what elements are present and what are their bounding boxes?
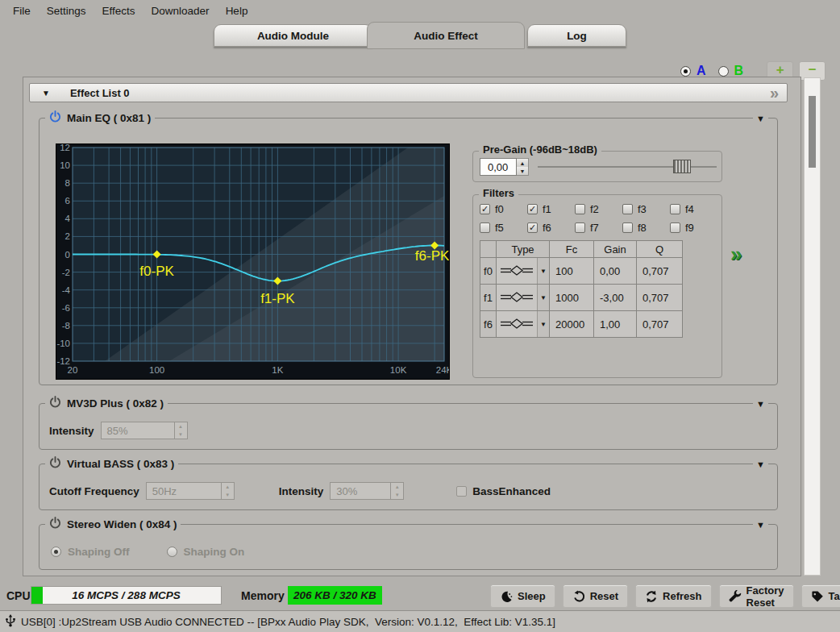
filter-checkbox-f7[interactable]: f7 [575,222,622,234]
filter-gain-cell[interactable]: -3,00 [594,285,637,311]
scrollbar-thumb[interactable] [809,96,816,168]
shaping-off-label: Shaping Off [68,546,130,558]
svg-text:20: 20 [68,365,78,375]
apply-filters-button[interactable]: » [730,246,739,262]
mv3d-collapse-button[interactable]: ▼ [753,400,768,409]
filter-gain-cell[interactable]: 1,00 [594,311,637,338]
preset-b-radio[interactable] [718,66,729,77]
filter-checkbox-f6[interactable]: ✓f6 [527,222,575,234]
power-toggle-icon[interactable] [49,396,61,410]
cutoff-value: 50Hz [146,482,222,500]
eq-graph[interactable]: 121086420-2-4-6-8-10-12201001K10K24Kf0-P… [56,143,448,378]
vertical-scrollbar[interactable] [804,77,821,576]
effect-list-header[interactable]: ▼ Effect List 0 » [29,83,788,102]
filter-q-cell[interactable]: 0,707 [637,258,683,285]
virtual-bass-title: Virtual BASS ( 0x83 ) [67,458,174,470]
chevron-down-icon: ▼ [537,285,549,310]
menu-item-help[interactable]: Help [218,2,256,19]
intensity-label: Intensity [49,425,94,437]
double-chevron-icon[interactable]: » [770,87,777,98]
preset-a-radio[interactable] [680,66,691,77]
sleep-button[interactable]: Sleep [490,584,555,608]
filter-type-dropdown[interactable]: ▼ [497,311,550,338]
filter-checkbox-label: f2 [590,203,599,215]
mv3d-plus-group: MV3D Plus ( 0x82 ) ▼ Intensity 85% ▲▼ [39,403,778,450]
filter-fc-cell[interactable]: 100 [550,258,594,285]
filter-checkbox-grid: ✓f0✓f1f2f3f4f5✓f6f7f8f9 [480,203,717,234]
filter-gain-cell[interactable]: 0,00 [594,258,637,285]
menu-item-file[interactable]: File [5,2,39,19]
menu-item-effects[interactable]: Effects [94,2,143,19]
filters-group: Filters ✓f0✓f1f2f3f4f5✓f6f7f8f9 Type Fc … [472,194,722,378]
pre-gain-spinbox[interactable]: 0,00 ▲ ▼ [480,158,529,176]
power-toggle-icon[interactable] [49,110,61,125]
filter-row-name: f0 [480,258,497,285]
filter-checkbox-f9[interactable]: f9 [670,222,717,234]
tab-audio-effect[interactable]: Audio Effect [367,22,525,49]
checkbox-unchecked-icon [622,222,633,233]
status-text: USB[0] :Up2Stream USB Audio CONNECTED --… [21,616,555,628]
filter-checkbox-f0[interactable]: ✓f0 [480,203,527,215]
spin-up-icon: ▲ [225,484,230,489]
reset-button[interactable]: Reset [563,584,628,608]
power-toggle-icon[interactable] [49,456,61,471]
header-fc: Fc [550,241,594,258]
filter-checkbox-f3[interactable]: f3 [622,203,670,215]
memory-usage-value: 206 KB / 320 KB [288,586,382,605]
menu-item-downloader[interactable]: Downloader [143,2,218,19]
checkbox-unchecked-icon [622,204,633,214]
tab-log[interactable]: Log [527,24,626,47]
svg-text:24K: 24K [436,365,450,375]
shaping-on-radio [167,547,177,557]
filter-q-cell[interactable]: 0,707 [637,285,683,311]
spin-up-icon: ▲ [395,484,400,489]
filter-checkbox-f1[interactable]: ✓f1 [527,203,575,215]
main-eq-collapse-button[interactable]: ▼ [753,114,768,123]
factory-reset-button[interactable]: Factory Reset [719,584,794,608]
tab-audio-module[interactable]: Audio Module [214,24,372,47]
filter-fc-cell[interactable]: 20000 [550,311,594,338]
filter-checkbox-f8[interactable]: f8 [622,222,670,234]
spin-up-button[interactable]: ▲ [517,159,528,167]
spin-down-icon: ▼ [178,432,183,437]
spin-down-icon: ▼ [395,493,400,497]
moon-icon [500,590,513,603]
svg-text:2: 2 [65,231,70,241]
checkbox-checked-icon: ✓ [527,222,538,233]
tag-button[interactable]: Tag... [801,584,840,608]
main-eq-group: Main EQ ( 0x81 ) ▼ 121086420-2-4-6-8-10-… [39,118,778,385]
filter-checkbox-label: f7 [590,222,599,234]
filter-checkbox-f2[interactable]: f2 [575,203,622,215]
filter-fc-cell[interactable]: 1000 [550,285,594,311]
shaping-on-label: Shaping On [184,546,245,558]
svg-text:0: 0 [65,250,70,260]
svg-text:-2: -2 [62,268,70,277]
filter-q-cell[interactable]: 0,707 [637,311,683,338]
filter-checkbox-f4[interactable]: f4 [670,203,717,215]
checkbox-unchecked-icon [480,222,490,233]
svg-text:8: 8 [65,178,70,188]
collapse-icon[interactable]: ▼ [42,89,50,98]
memory-label: Memory [241,589,285,602]
sleep-button-label: Sleep [518,590,546,602]
filter-type-dropdown[interactable]: ▼ [497,258,550,285]
widen-collapse-button[interactable]: ▼ [753,521,768,530]
filter-checkbox-label: f3 [638,203,647,215]
refresh-button[interactable]: Refresh [635,584,711,608]
filter-checkbox-label: f9 [685,222,694,234]
filter-checkbox-f5[interactable]: f5 [480,222,527,234]
vbass-collapse-button[interactable]: ▼ [753,460,768,469]
refresh-button-label: Refresh [663,590,701,602]
pre-gain-slider-track[interactable] [538,166,717,168]
svg-text:4: 4 [65,214,71,223]
wrench-icon [729,590,742,603]
pre-gain-value[interactable]: 0,00 [480,158,517,176]
filter-type-dropdown[interactable]: ▼ [497,285,550,311]
spin-down-button[interactable]: ▼ [517,167,528,175]
svg-text:-4: -4 [62,285,71,295]
power-toggle-icon[interactable] [49,517,61,531]
menu-item-settings[interactable]: Settings [39,2,94,19]
checkbox-checked-icon: ✓ [480,204,490,214]
pre-gain-slider-thumb[interactable] [673,160,691,173]
factory-reset-button-label: Factory Reset [746,584,784,609]
